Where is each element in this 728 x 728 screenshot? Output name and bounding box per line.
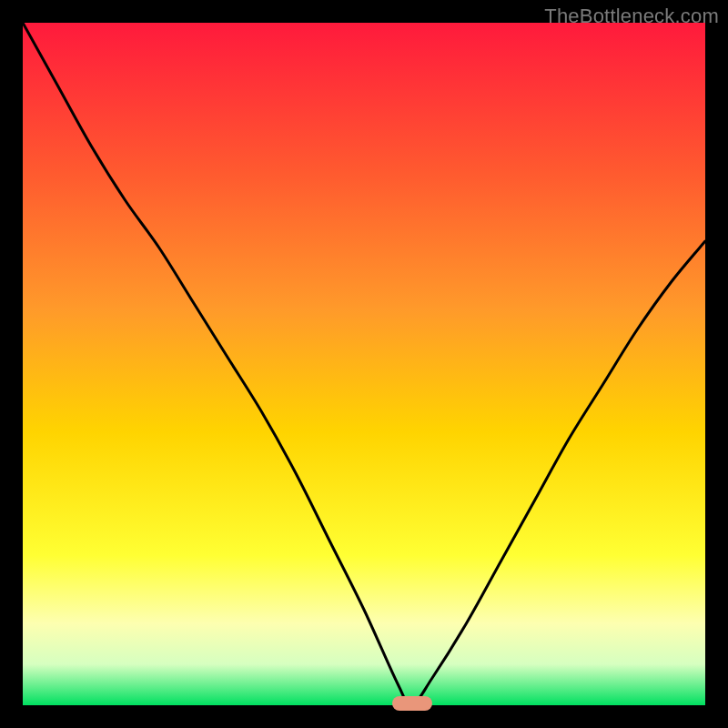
chart-frame bbox=[23, 23, 705, 705]
bottleneck-plot bbox=[23, 23, 705, 705]
watermark-text: TheBottleneck.com bbox=[544, 5, 719, 28]
optimum-marker bbox=[392, 696, 432, 711]
gradient-background bbox=[23, 23, 705, 705]
